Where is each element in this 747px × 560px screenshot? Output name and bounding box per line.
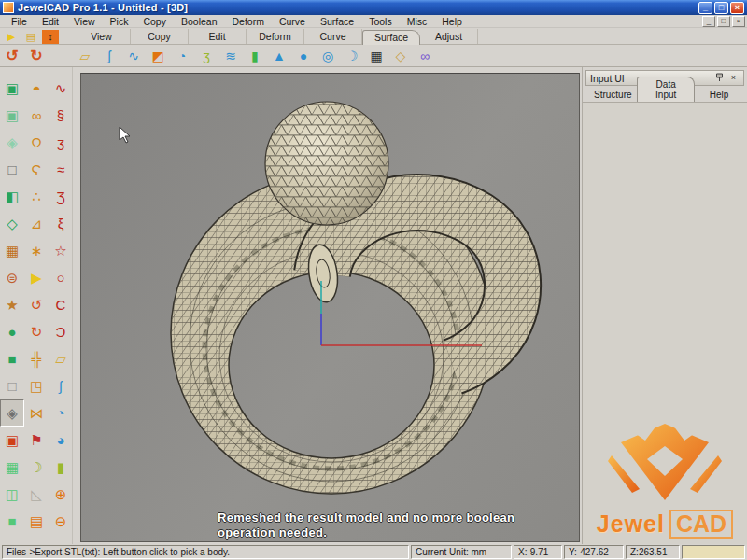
layered-surface-icon[interactable]: ≋ [219,47,242,65]
wave-curve-icon[interactable]: ≈ [49,156,73,183]
update-icon[interactable]: ↕ [42,30,59,44]
cube-display-icon[interactable]: ■ [0,345,24,372]
corner-tool-icon[interactable]: ◳ [24,372,49,399]
squiggle-curve-icon[interactable]: ʒ [49,129,73,156]
cylinder-primitive-icon[interactable]: ▮ [244,47,266,65]
sphere-display-icon[interactable]: ● [0,318,24,345]
white-cube-icon[interactable]: □ [0,372,24,399]
sheet-surface-icon[interactable]: ▱ [74,47,96,65]
facet-view-icon[interactable]: ◧ [0,183,24,210]
menu-item[interactable]: Edit [35,16,66,27]
shell-curve-icon[interactable]: ◔ [49,399,73,427]
panel-tab[interactable]: Data Input [637,77,695,102]
menu-item[interactable]: File [4,16,35,27]
drape-curve-icon[interactable]: ʃ [49,372,73,399]
layout-split-icon[interactable]: ◫ [0,481,24,508]
ribbon-tab[interactable]: Edit [189,29,247,44]
trim-surface-icon[interactable]: ◩ [147,47,169,65]
corner-view-icon[interactable]: ◇ [0,210,24,237]
spiral-curve-icon[interactable]: § [49,102,73,129]
engrave-tool-icon[interactable]: ⊿ [24,210,49,237]
ribbon-tab[interactable]: Deform [247,29,304,44]
ghost-view-icon[interactable]: ◈ [0,129,24,156]
pill-curve-icon[interactable]: ▮ [49,454,73,481]
ring-sphere-icon[interactable]: ⊜ [0,264,24,291]
select-cursor-icon[interactable]: ▶ [24,264,49,291]
fan-curve-icon[interactable]: ◕ [49,427,73,454]
ribbon-tab[interactable]: Adjust [420,29,478,44]
circle-curve-icon[interactable]: ○ [49,264,73,291]
panel-close-icon[interactable]: × [727,73,740,84]
pick-cursor-icon[interactable]: ▶ [3,30,20,44]
title-bar[interactable]: JewelCAD Pro 1.1 - Untitled - [3D] _ □ × [0,0,747,15]
shell-surface-icon[interactable]: ◔ [171,47,193,65]
layout-single-icon[interactable]: ■ [0,508,24,535]
hook-tool-icon[interactable]: Ϛ [24,156,49,183]
panel-tab[interactable]: Structure [586,88,637,102]
ribbon-tab[interactable]: Copy [131,29,189,44]
menu-item[interactable]: Tools [361,16,400,27]
pipe-surface-icon[interactable]: ☽ [341,47,363,65]
menu-item[interactable]: Surface [313,16,361,27]
gold-box-icon[interactable]: ▤ [22,30,39,44]
bend-tool-icon[interactable]: ☽ [24,454,49,481]
coin-tool-icon[interactable]: ◓ [24,75,49,102]
prism-tool-icon[interactable]: ◺ [24,481,49,508]
coins-tool-icon[interactable]: ∞ [24,102,49,129]
sheet-curve-icon[interactable]: ▱ [49,345,73,372]
cone-primitive-icon[interactable]: ▲ [268,47,290,65]
subtract-boolean-icon[interactable]: ⊖ [49,508,73,535]
mesh-tool-icon[interactable]: ▦ [365,47,388,65]
sphere-primitive-icon[interactable]: ● [292,47,315,65]
zigzag-curve-icon[interactable]: Ʒ [49,183,73,210]
3d-viewport[interactable]: Remeshed the result model and no more bo… [80,73,580,542]
star-curve-icon[interactable]: ☆ [49,237,73,264]
menu-item[interactable]: Copy [135,16,174,27]
menu-item[interactable]: Boolean [174,16,225,27]
child-restore-button[interactable]: □ [717,16,730,27]
menu-item[interactable]: View [66,16,103,27]
flip-surface-icon[interactable]: ◇ [389,47,412,65]
prong-tool-icon[interactable]: ∴ [24,183,49,210]
child-minimize-button[interactable]: _ [702,16,715,27]
flower-tool-icon[interactable]: ∗ [24,237,49,264]
scribble-curve-icon[interactable]: ξ [49,210,73,237]
move-tool-icon[interactable]: ╬ [24,345,49,372]
menu-item[interactable]: Help [434,16,470,27]
undo-icon[interactable]: ↺ [4,49,21,63]
fold-tool-icon[interactable]: ▤ [24,508,49,535]
hiddenline-view-icon[interactable]: ▣ [0,102,24,129]
panel-tab[interactable]: Help [695,88,743,102]
restore-button[interactable]: □ [714,2,728,14]
freeform-surface-icon[interactable]: ∿ [122,47,145,65]
menu-item[interactable]: Curve [272,16,313,27]
texture-view-icon[interactable]: ▦ [0,237,24,264]
union-boolean-icon[interactable]: ⊕ [49,481,73,508]
pin-tool-icon[interactable]: ⚑ [24,427,49,454]
wireframe-view-icon[interactable]: □ [0,156,24,183]
torus-primitive-icon[interactable]: ◎ [317,47,339,65]
twist-surface-icon[interactable]: ∞ [414,47,436,65]
close-button[interactable]: × [730,2,744,14]
mirror-tool-icon[interactable]: ⋈ [24,399,49,427]
s-curve-icon[interactable]: ∿ [49,75,73,102]
pin-icon[interactable] [713,73,726,84]
star-view-icon[interactable]: ★ [0,291,24,318]
shaded-view-icon[interactable]: ▣ [0,75,24,102]
rainbow-cube-icon[interactable]: ▣ [0,427,24,454]
menu-item[interactable]: Deform [225,16,272,27]
redo-icon[interactable]: ↻ [28,49,45,63]
drape-surface-icon[interactable]: ʃ [98,47,120,65]
arc2-curve-icon[interactable]: Ɔ [49,318,73,345]
tube-surface-icon[interactable]: ʒ [195,47,218,65]
ribbon-tab[interactable]: Curve [304,29,362,44]
ribbon-tab[interactable]: Surface [362,30,420,45]
minimize-button[interactable]: _ [698,2,712,14]
menu-item[interactable]: Misc [400,16,435,27]
arc-curve-icon[interactable]: C [49,291,73,318]
menu-item[interactable]: Pick [103,16,136,27]
redo-tool-icon[interactable]: ↻ [24,318,49,345]
ribbon-tab[interactable]: View [73,29,131,44]
jar-tool-icon[interactable]: Ω [24,129,49,156]
layout-quad-icon[interactable]: ▦ [0,454,24,481]
